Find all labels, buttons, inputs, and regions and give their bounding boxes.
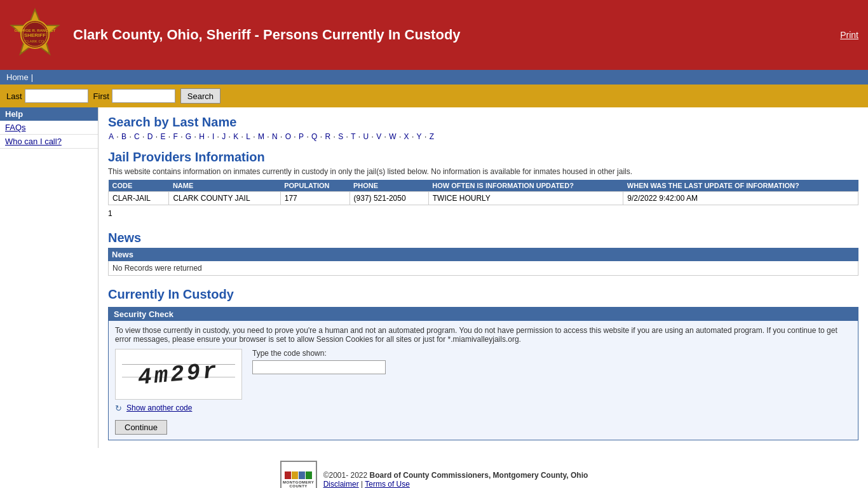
sidebar-item-faqs[interactable]: FAQs <box>0 121 98 135</box>
alpha-separator: · <box>265 132 271 141</box>
alpha-link-w[interactable]: W <box>389 132 396 141</box>
alpha-separator: · <box>179 132 185 141</box>
type-code-label: Type the code shown: <box>252 349 386 358</box>
alpha-link-i[interactable]: I <box>212 132 214 141</box>
jail-providers-title: Jail Providers Information <box>108 150 858 165</box>
table-row: CLAR-JAILCLARK COUNTY JAIL177(937) 521-2… <box>109 192 858 205</box>
alpha-separator: · <box>205 132 212 141</box>
footer-copyright: ©2001- 2022 <box>323 471 368 480</box>
captcha-image: 4m29r <box>115 349 242 400</box>
jail-providers-table: CODE NAME POPULATION PHONE HOW OFTEN IS … <box>108 180 858 205</box>
security-check-body: To view those currently in custody, you … <box>109 321 858 440</box>
alpha-link-x[interactable]: X <box>404 132 409 141</box>
alpha-link-r[interactable]: R <box>325 132 330 141</box>
sidebar: Help FAQs Who can I call? <box>0 107 98 448</box>
first-name-label: First <box>93 92 109 101</box>
alpha-link-z[interactable]: Z <box>430 132 434 141</box>
security-check-box: Security Check To view those currently i… <box>108 307 858 440</box>
col-update-freq: HOW OFTEN IS INFORMATION UPDATED? <box>428 180 623 192</box>
alpha-separator: · <box>239 132 245 141</box>
disclaimer-link[interactable]: Disclaimer <box>323 480 359 488</box>
terms-link[interactable]: Terms of Use <box>365 480 410 488</box>
alpha-link-o[interactable]: O <box>285 132 291 141</box>
alpha-link-t[interactable]: T <box>351 132 355 141</box>
searchbar: Last First Search <box>0 85 868 107</box>
alpha-link-q[interactable]: Q <box>311 132 317 141</box>
news-section: News News No Records were returned <box>108 231 858 276</box>
alpha-link-c[interactable]: C <box>134 132 140 141</box>
news-title: News <box>108 231 858 245</box>
last-name-label: Last <box>6 92 22 101</box>
captcha-text: 4m29r <box>137 358 220 391</box>
alpha-separator: · <box>304 132 311 141</box>
jail-providers-desc: This website contains information on inm… <box>108 167 858 176</box>
col-phone: PHONE <box>349 180 428 192</box>
alpha-link-e[interactable]: E <box>160 132 165 141</box>
alpha-link-g[interactable]: G <box>186 132 191 141</box>
alpha-link-j[interactable]: J <box>222 132 226 141</box>
first-name-input[interactable] <box>112 89 175 103</box>
alpha-link-s[interactable]: S <box>338 132 343 141</box>
alpha-link-l[interactable]: L <box>246 132 250 141</box>
alpha-separator: · <box>382 132 388 141</box>
nav-separator: | <box>31 72 33 82</box>
security-desc: To view those currently in custody, you … <box>115 326 851 344</box>
show-another-code[interactable]: ↻ Show another code <box>115 403 242 412</box>
header-title: Clark County, Ohio, Sheriff - Persons Cu… <box>73 27 461 43</box>
alpha-separator: · <box>127 132 133 141</box>
captcha-container: 4m29r ↻ Show another code Continue <box>115 349 242 435</box>
alpha-separator: · <box>192 132 198 141</box>
row-count: 1 <box>108 208 858 219</box>
alpha-separator: · <box>226 132 233 141</box>
footer-org-name: Board of County Commissioners, Montgomer… <box>370 471 588 480</box>
alpha-separator: · <box>140 132 147 141</box>
search-button[interactable]: Search <box>180 88 220 104</box>
col-population: POPULATION <box>280 180 349 192</box>
last-name-input[interactable] <box>25 89 88 103</box>
alpha-link-f[interactable]: F <box>173 132 177 141</box>
sidebar-item-who-can-i-call[interactable]: Who can I call? <box>0 135 98 149</box>
alpha-separator: · <box>292 132 298 141</box>
show-another-link[interactable]: Show another code <box>126 403 192 412</box>
main-container: Help FAQs Who can I call? Search by Last… <box>0 107 868 448</box>
home-link[interactable]: Home <box>6 72 29 82</box>
alpha-separator: · <box>278 132 285 141</box>
alpha-link-m[interactable]: M <box>258 132 264 141</box>
alpha-separator: · <box>369 132 376 141</box>
search-section-title: Search by Last Name <box>108 115 858 130</box>
svg-text:SHERIFF: SHERIFF <box>24 32 46 38</box>
alpha-link-y[interactable]: Y <box>417 132 422 141</box>
captcha-input[interactable] <box>252 360 386 374</box>
print-button[interactable]: Print <box>840 30 858 40</box>
alpha-link-v[interactable]: V <box>376 132 381 141</box>
montgomery-county-logo: MONTGOMERY COUNTY <box>280 461 317 488</box>
svg-text:CLARK CO.: CLARK CO. <box>25 39 46 43</box>
captcha-right: Type the code shown: <box>252 349 386 374</box>
alpha-separator: · <box>331 132 337 141</box>
sheriff-badge-logo: GEORGE R. RANCHET SHERIFF CLARK CO. <box>6 6 64 64</box>
alpha-link-d[interactable]: D <box>147 132 153 141</box>
alpha-link-k[interactable]: K <box>233 132 238 141</box>
footer-separator: | <box>361 480 363 488</box>
continue-button[interactable]: Continue <box>115 420 167 435</box>
col-last-update: WHEN WAS THE LAST UPDATE OF INFORMATION? <box>623 180 858 192</box>
alpha-link-h[interactable]: H <box>199 132 205 141</box>
footer: MONTGOMERY COUNTY ©2001- 2022 Board of C… <box>0 448 868 488</box>
security-lower: 4m29r ↻ Show another code Continue Type … <box>115 349 851 435</box>
alphabet-links: A · B · C · D · E · F · G · H · I · J · … <box>108 132 858 141</box>
alpha-link-p[interactable]: P <box>299 132 304 141</box>
alpha-link-a[interactable]: A <box>109 132 114 141</box>
alpha-separator: · <box>114 132 121 141</box>
security-check-header: Security Check <box>109 308 858 321</box>
news-header-bar: News <box>108 248 858 261</box>
jail-providers-section: Jail Providers Information This website … <box>108 150 858 219</box>
alpha-link-u[interactable]: U <box>363 132 369 141</box>
alpha-separator: · <box>215 132 221 141</box>
alpha-separator: · <box>251 132 257 141</box>
alpha-link-b[interactable]: B <box>121 132 126 141</box>
custody-title: Currently In Custody <box>108 287 858 302</box>
content: Search by Last Name A · B · C · D · E · … <box>98 107 868 448</box>
alpha-link-n[interactable]: N <box>272 132 278 141</box>
col-name: NAME <box>169 180 280 192</box>
alpha-separator: · <box>397 132 403 141</box>
